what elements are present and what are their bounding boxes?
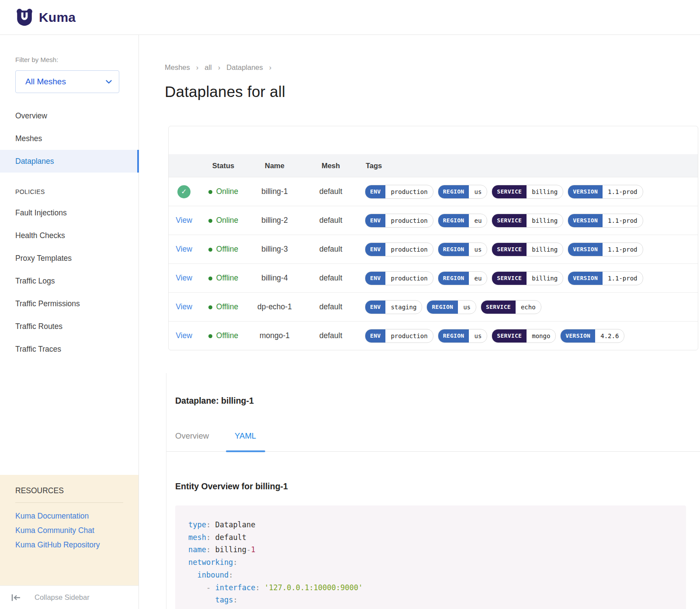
status-cell: Offline bbox=[199, 273, 247, 283]
tag-value: billing bbox=[527, 214, 563, 227]
tag-chip-region: REGIONus bbox=[426, 300, 476, 314]
tag-chip-version: VERSION1.1-prod bbox=[568, 242, 643, 256]
dataplane-detail-section: Dataplane: billing-1 OverviewYAML Entity… bbox=[166, 373, 700, 609]
table-row: ViewOfflinebilling-3defaultENVproduction… bbox=[169, 235, 698, 263]
sidebar-item-meshes[interactable]: Meshes bbox=[0, 127, 139, 150]
sidebar-item-traffic-permissions[interactable]: Traffic Permissions bbox=[0, 292, 139, 315]
view-link[interactable]: View bbox=[176, 216, 192, 225]
yaml-line: networking: bbox=[188, 556, 676, 569]
status-cell: Online bbox=[199, 216, 247, 225]
table-toolbar bbox=[169, 126, 698, 154]
tag-key: SERVICE bbox=[492, 272, 527, 285]
sidebar-item-traffic-traces[interactable]: Traffic Traces bbox=[0, 338, 139, 360]
sidebar-item-proxy-templates[interactable]: Proxy Templates bbox=[0, 247, 139, 270]
yaml-line: type: Dataplane bbox=[188, 519, 676, 531]
tags-cell: ENVproductionREGIONusSERVICEmongoVERSION… bbox=[360, 329, 698, 343]
tag-chip-env: ENVproduction bbox=[365, 329, 433, 343]
tag-value: eu bbox=[469, 214, 487, 227]
tag-chip-service: SERVICEbilling bbox=[492, 242, 563, 256]
tag-key: REGION bbox=[438, 272, 469, 285]
status-dot-icon bbox=[208, 219, 212, 223]
mesh-cell: default bbox=[302, 216, 360, 225]
name-cell: billing-4 bbox=[247, 273, 302, 283]
tag-key: ENV bbox=[365, 185, 385, 198]
tag-value: staging bbox=[385, 301, 422, 314]
breadcrumb-item-meshes[interactable]: Meshes bbox=[165, 63, 190, 72]
breadcrumb-item-all[interactable]: all bbox=[204, 63, 212, 72]
kuma-logo[interactable]: Kuma bbox=[15, 8, 76, 27]
tag-key: VERSION bbox=[568, 272, 603, 285]
tags-cell: ENVproductionREGIONeuSERVICEbillingVERSI… bbox=[360, 271, 698, 285]
tag-value: eu bbox=[469, 272, 487, 285]
sidebar-item-traffic-routes[interactable]: Traffic Routes bbox=[0, 315, 139, 338]
view-link[interactable]: View bbox=[176, 302, 192, 311]
sidebar-item-dataplanes[interactable]: Dataplanes bbox=[0, 150, 139, 173]
tag-key: REGION bbox=[438, 214, 469, 227]
table-row: ViewOnlinebilling-2defaultENVproductionR… bbox=[169, 206, 698, 235]
tag-key: VERSION bbox=[568, 243, 603, 256]
mesh-cell: default bbox=[302, 273, 360, 283]
tag-value: 1.1-prod bbox=[603, 243, 642, 256]
breadcrumb-separator: › bbox=[218, 63, 221, 72]
table-row: ViewOfflinebilling-4defaultENVproduction… bbox=[169, 263, 698, 292]
tag-value: us bbox=[469, 243, 487, 256]
filter-by-mesh-label: Filter by Mesh: bbox=[15, 56, 123, 63]
status-cell: Offline bbox=[199, 302, 247, 311]
tag-key: SERVICE bbox=[492, 329, 527, 343]
mesh-cell: default bbox=[302, 331, 360, 340]
chevron-down-icon bbox=[106, 80, 112, 84]
mesh-filter-value: All Meshes bbox=[25, 77, 66, 87]
resource-link-kuma-github-repository[interactable]: Kuma GitHub Repository bbox=[15, 540, 123, 550]
dataplane-detail-heading: Dataplane: billing-1 bbox=[166, 373, 700, 406]
tab-yaml[interactable]: YAML bbox=[234, 431, 257, 441]
status-label: Offline bbox=[216, 302, 238, 311]
row-action-cell: View bbox=[169, 302, 199, 311]
yaml-code-block: type: Dataplanemesh: defaultname: billin… bbox=[175, 505, 686, 609]
tab-overview[interactable]: Overview bbox=[174, 431, 210, 441]
tag-value: us bbox=[469, 185, 487, 198]
row-action-cell: View bbox=[169, 245, 199, 254]
column-header-tags: Tags bbox=[360, 162, 698, 170]
tag-key: ENV bbox=[365, 301, 385, 314]
tag-key: REGION bbox=[427, 301, 458, 314]
sidebar-item-health-checks[interactable]: Health Checks bbox=[0, 224, 139, 247]
breadcrumb-item-dataplanes[interactable]: Dataplanes bbox=[226, 63, 263, 72]
tag-key: ENV bbox=[365, 243, 385, 256]
sidebar-item-overview[interactable]: Overview bbox=[0, 104, 139, 127]
name-cell: billing-2 bbox=[247, 216, 302, 225]
tag-value: production bbox=[385, 185, 433, 198]
resource-link-kuma-community-chat[interactable]: Kuma Community Chat bbox=[15, 526, 123, 535]
sidebar-spacer bbox=[0, 360, 139, 475]
tag-chip-env: ENVproduction bbox=[365, 214, 433, 228]
sidebar-item-fault-injections[interactable]: Fault Injections bbox=[0, 201, 139, 224]
status-dot-icon bbox=[208, 334, 212, 338]
status-cell: Online bbox=[199, 187, 247, 196]
tag-value: us bbox=[469, 329, 487, 343]
status-label: Offline bbox=[216, 245, 238, 253]
tag-key: REGION bbox=[438, 329, 469, 343]
tags-cell: ENVproductionREGIONeuSERVICEbillingVERSI… bbox=[360, 214, 698, 228]
tag-value: production bbox=[385, 272, 433, 285]
tag-key: SERVICE bbox=[492, 214, 527, 227]
breadcrumb-separator: › bbox=[269, 63, 272, 72]
view-link[interactable]: View bbox=[176, 331, 192, 340]
dataplanes-table-card: StatusNameMeshTags ✓Onlinebilling-1defau… bbox=[168, 126, 698, 350]
breadcrumb: Meshes›all›Dataplanes› bbox=[165, 63, 700, 72]
status-dot-icon bbox=[208, 248, 212, 252]
sidebar: Filter by Mesh: All Meshes OverviewMeshe… bbox=[0, 35, 139, 609]
view-link[interactable]: View bbox=[176, 273, 192, 282]
tag-chip-version: VERSION1.1-prod bbox=[568, 214, 643, 228]
sidebar-item-traffic-logs[interactable]: Traffic Logs bbox=[0, 270, 139, 292]
view-link[interactable]: View bbox=[176, 245, 192, 253]
resource-link-kuma-documentation[interactable]: Kuma Documentation bbox=[15, 512, 123, 521]
resources-panel: RESOURCES Kuma DocumentationKuma Communi… bbox=[0, 475, 139, 585]
tag-key: VERSION bbox=[568, 214, 603, 227]
tag-value: mongo bbox=[527, 329, 555, 343]
tag-value: 1.1-prod bbox=[603, 214, 642, 227]
brand-name: Kuma bbox=[39, 10, 76, 25]
status-cell: Offline bbox=[199, 331, 247, 340]
app-header: Kuma bbox=[0, 0, 700, 35]
mesh-filter-select[interactable]: All Meshes bbox=[15, 70, 119, 93]
collapse-sidebar-button[interactable]: Collapse Sidebar bbox=[0, 585, 139, 609]
status-dot-icon bbox=[208, 277, 212, 280]
